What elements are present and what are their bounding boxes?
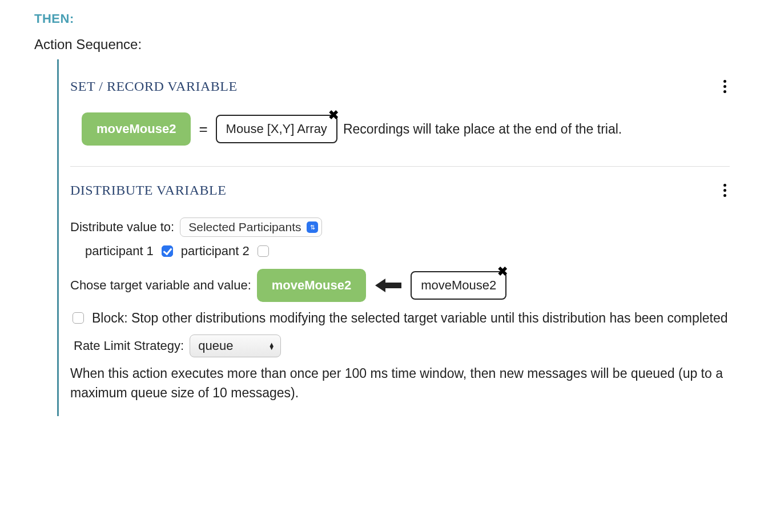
svg-marker-0 — [375, 279, 401, 292]
action-title-set: SET / RECORD VARIABLE — [70, 79, 238, 94]
equals-sign: = — [196, 120, 210, 138]
participant-2-checkbox[interactable] — [258, 245, 269, 257]
source-value-box[interactable]: moveMouse2 ✖ — [411, 271, 506, 300]
participant-1-checkbox[interactable] — [162, 245, 173, 257]
arrow-left-icon — [372, 277, 405, 293]
choose-target-label: Chose target variable and value: — [70, 278, 251, 293]
action-sequence-label: Action Sequence: — [34, 37, 730, 53]
then-label: THEN: — [34, 11, 730, 26]
rate-limit-select[interactable]: queue ▲▼ — [190, 334, 281, 357]
action-block-distribute-variable: DISTRIBUTE VARIABLE Distribute value to:… — [70, 166, 730, 416]
close-icon[interactable]: ✖ — [497, 264, 508, 279]
close-icon[interactable]: ✖ — [328, 108, 339, 123]
rate-limit-label: Rate Limit Strategy: — [74, 338, 184, 353]
kebab-menu-icon[interactable] — [720, 180, 730, 200]
kebab-menu-icon[interactable] — [720, 76, 730, 96]
value-box-text: Mouse [X,Y] Array — [226, 122, 327, 136]
action-sequence-container: SET / RECORD VARIABLE moveMouse2 = Mouse… — [57, 59, 730, 416]
target-variable-pill[interactable]: moveMouse2 — [257, 269, 366, 302]
select-arrows-icon: ⇅ — [307, 221, 318, 233]
value-box-mouse-array[interactable]: Mouse [X,Y] Array ✖ — [216, 115, 337, 143]
action-title-distribute: DISTRIBUTE VARIABLE — [70, 183, 226, 198]
variable-pill-movemouse2[interactable]: moveMouse2 — [82, 112, 191, 146]
block-checkbox[interactable] — [73, 312, 84, 324]
source-value-text: moveMouse2 — [421, 278, 496, 292]
recording-description: Recordings will take place at the end of… — [343, 122, 622, 137]
participant-1-label: participant 1 — [85, 244, 154, 259]
select-stepper-icon: ▲▼ — [268, 342, 275, 349]
distribute-to-select[interactable]: Selected Participants ⇅ — [180, 217, 322, 237]
rate-limit-description: When this action executes more than once… — [70, 364, 730, 402]
block-label: Block: Stop other distributions modifyin… — [92, 309, 730, 328]
rate-limit-value: queue — [198, 338, 233, 353]
distribute-to-value: Selected Participants — [188, 220, 301, 234]
participant-2-label: participant 2 — [181, 244, 250, 259]
action-block-set-variable: SET / RECORD VARIABLE moveMouse2 = Mouse… — [70, 76, 730, 166]
distribute-to-label: Distribute value to: — [70, 220, 174, 235]
